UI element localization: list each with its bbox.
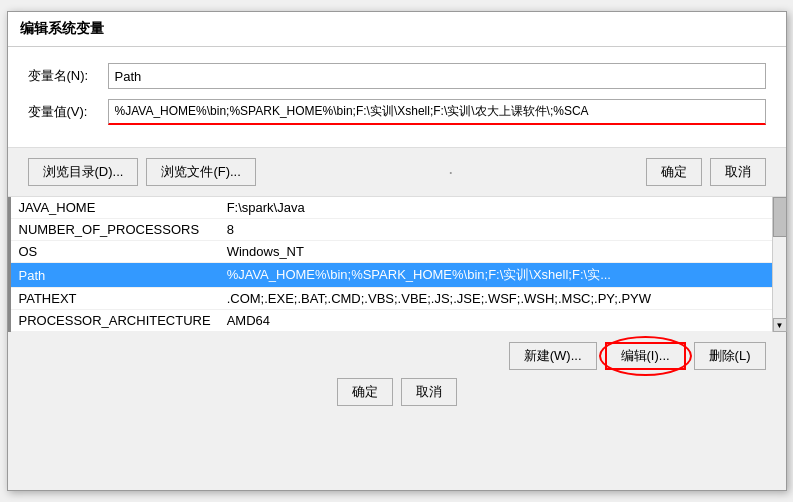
table-row[interactable]: OSWindows_NT: [11, 241, 786, 263]
table-row[interactable]: Path%JAVA_HOME%\bin;%SPARK_HOME%\bin;F:\…: [11, 263, 786, 288]
form-area: 变量名(N): 变量值(V):: [8, 47, 786, 148]
browse-file-button[interactable]: 浏览文件(F)...: [146, 158, 255, 186]
table-container: JAVA_HOMEF:\spark\JavaNUMBER_OF_PROCESSO…: [8, 197, 786, 332]
var-value-label: 变量值(V):: [28, 103, 108, 121]
env-var-value: .COM;.EXE;.BAT;.CMD;.VBS;.VBE;.JS;.JSE;.…: [219, 288, 786, 310]
var-name-input[interactable]: [108, 63, 766, 89]
table-row[interactable]: PROCESSOR_ARCHITECTUREAMD64: [11, 310, 786, 332]
confirm-button-bottom[interactable]: 确定: [337, 378, 393, 406]
var-name-label: 变量名(N):: [28, 67, 108, 85]
env-var-name: JAVA_HOME: [11, 197, 219, 219]
var-name-row: 变量名(N):: [28, 63, 766, 89]
confirm-button-top[interactable]: 确定: [646, 158, 702, 186]
new-button[interactable]: 新建(W)...: [509, 342, 597, 370]
edit-actions-row: 新建(W)... 编辑(I)... 删除(L): [28, 342, 766, 370]
var-value-row: 变量值(V):: [28, 99, 766, 125]
env-var-name: PROCESSOR_ARCHITECTURE: [11, 310, 219, 332]
env-var-name: OS: [11, 241, 219, 263]
env-table-wrapper: JAVA_HOMEF:\spark\JavaNUMBER_OF_PROCESSO…: [11, 197, 786, 332]
cancel-button-top[interactable]: 取消: [710, 158, 766, 186]
browse-dir-button[interactable]: 浏览目录(D)...: [28, 158, 139, 186]
env-var-name: NUMBER_OF_PROCESSORS: [11, 219, 219, 241]
cancel-button-bottom[interactable]: 取消: [401, 378, 457, 406]
scrollbar-arrow-down[interactable]: ▼: [773, 318, 787, 332]
table-row[interactable]: JAVA_HOMEF:\spark\Java: [11, 197, 786, 219]
bottom-section: 新建(W)... 编辑(I)... 删除(L) 确定 取消: [8, 332, 786, 416]
env-var-value: Windows_NT: [219, 241, 786, 263]
dialog-title: 编辑系统变量: [8, 12, 786, 47]
delete-button[interactable]: 删除(L): [694, 342, 766, 370]
confirm-actions-row: 确定 取消: [28, 378, 766, 406]
env-var-value: F:\spark\Java: [219, 197, 786, 219]
env-var-value: %JAVA_HOME%\bin;%SPARK_HOME%\bin;F:\实训\X…: [219, 263, 786, 288]
env-var-name: Path: [11, 263, 219, 288]
env-variables-table: JAVA_HOMEF:\spark\JavaNUMBER_OF_PROCESSO…: [11, 197, 786, 332]
env-var-value: 8: [219, 219, 786, 241]
scrollbar[interactable]: ▼: [772, 197, 786, 332]
var-value-input[interactable]: [108, 99, 766, 125]
edit-button[interactable]: 编辑(I)...: [605, 342, 686, 370]
scrollbar-thumb[interactable]: [773, 197, 787, 237]
env-var-name: PATHEXT: [11, 288, 219, 310]
env-var-value: AMD64: [219, 310, 786, 332]
dot-separator: ·: [264, 162, 638, 183]
edit-system-variable-dialog: 编辑系统变量 变量名(N): 变量值(V): 浏览目录(D)... 浏览文件(F…: [7, 11, 787, 491]
action-button-row: 浏览目录(D)... 浏览文件(F)... · 确定 取消: [8, 148, 786, 197]
table-row[interactable]: PATHEXT.COM;.EXE;.BAT;.CMD;.VBS;.VBE;.JS…: [11, 288, 786, 310]
table-row[interactable]: NUMBER_OF_PROCESSORS8: [11, 219, 786, 241]
